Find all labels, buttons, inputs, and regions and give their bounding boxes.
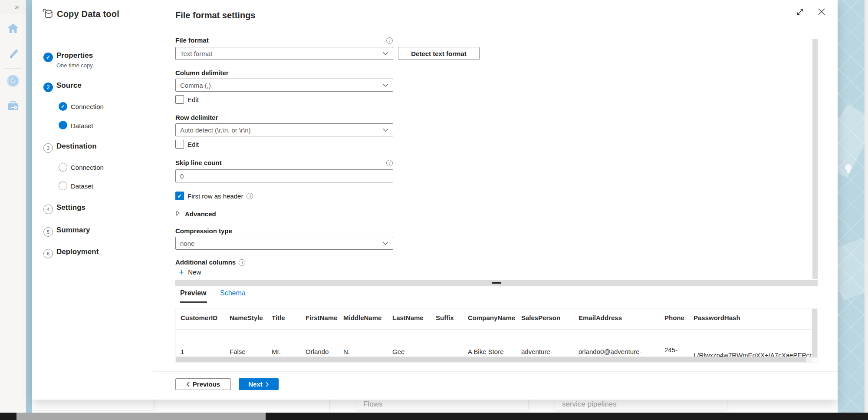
first-row-as-header-label[interactable]: First row as header xyxy=(187,192,243,200)
stepper-divider xyxy=(153,0,153,400)
expand-icon xyxy=(796,8,804,18)
first-row-as-header-info-icon[interactable]: i xyxy=(247,193,253,199)
table-horizontal-scrollbar[interactable] xyxy=(176,357,812,362)
panel-splitter[interactable] xyxy=(175,280,818,286)
column-header: Phone xyxy=(664,314,694,321)
step-settings-label[interactable]: Settings xyxy=(56,203,85,212)
additional-columns-label: Additional columns xyxy=(175,258,236,266)
nav-monitor-button[interactable] xyxy=(7,75,20,88)
column-header: PasswordHash xyxy=(694,314,813,321)
step-properties-label[interactable]: Properties xyxy=(56,51,93,60)
step-deployment-label[interactable]: Deployment xyxy=(56,248,99,256)
compression-type-dropdown[interactable]: none xyxy=(175,237,393,250)
advanced-label[interactable]: Advanced xyxy=(185,210,216,218)
step-source-connection-label[interactable]: Connection xyxy=(71,103,104,110)
step-summary-label[interactable]: Summary xyxy=(56,226,90,235)
preview-table-header-row: CustomerID NameStyle Title FirstName Mid… xyxy=(181,314,813,321)
dialog-title: Copy Data tool xyxy=(57,9,119,19)
step-source-indicator[interactable]: 2 xyxy=(43,83,53,92)
step-destination-dataset-indicator[interactable] xyxy=(59,182,67,190)
compression-type-value: none xyxy=(180,240,383,247)
first-row-as-header-checkbox[interactable]: ✓ First row as header i xyxy=(175,192,253,200)
step-source-dataset-indicator[interactable] xyxy=(59,121,67,129)
table-hscroll-thumb[interactable] xyxy=(176,357,806,362)
plus-icon: + xyxy=(179,268,184,277)
step-summary-indicator[interactable]: 5 xyxy=(43,227,53,237)
step-properties-indicator[interactable]: ✓ xyxy=(43,53,53,62)
skip-line-count-input[interactable]: 0 xyxy=(175,169,393,182)
additional-columns-info-icon[interactable]: i xyxy=(239,259,245,266)
banner-shape xyxy=(838,238,865,301)
tab-preview[interactable]: Preview xyxy=(180,289,206,297)
checkbox-unchecked[interactable] xyxy=(175,95,184,104)
expand-nav-button[interactable]: » xyxy=(15,3,19,11)
column-header: SalesPerson xyxy=(521,314,579,321)
column-header: NameStyle xyxy=(230,314,272,321)
close-icon xyxy=(818,8,825,17)
lightbulb-illustration xyxy=(844,164,853,174)
close-dialog-button[interactable] xyxy=(816,7,827,18)
step-destination-connection-indicator[interactable] xyxy=(59,163,67,172)
chevron-right-icon xyxy=(266,382,269,387)
footer-divider xyxy=(153,371,838,372)
row-delimiter-edit-checkbox[interactable]: Edit xyxy=(175,140,199,149)
column-header: Title xyxy=(272,314,306,321)
step-deployment-indicator[interactable]: 6 xyxy=(43,249,53,258)
skip-line-count-label: Skip line count xyxy=(175,159,222,166)
row-delimiter-dropdown[interactable]: Auto detect (\r,\n, or \r\n) xyxy=(175,123,393,136)
gauge-icon xyxy=(6,74,20,89)
tab-schema[interactable]: Schema xyxy=(220,289,246,297)
edit-checkbox-label[interactable]: Edit xyxy=(187,96,199,103)
column-delimiter-label: Column delimiter xyxy=(175,69,229,76)
toolbox-icon xyxy=(7,99,20,113)
next-button[interactable]: Next xyxy=(239,378,279,390)
step-destination-label[interactable]: Destination xyxy=(56,142,97,151)
previous-button[interactable]: Previous xyxy=(175,378,231,390)
tab-preview-underline xyxy=(180,301,207,303)
column-delimiter-edit-checkbox[interactable]: Edit xyxy=(175,95,199,104)
new-button-label[interactable]: New xyxy=(188,268,201,276)
file-format-dropdown[interactable]: Text format xyxy=(175,47,393,60)
skip-line-count-info-icon[interactable]: i xyxy=(386,160,393,166)
next-button-label: Next xyxy=(248,380,263,388)
file-format-value: Text format xyxy=(180,50,383,57)
expand-dialog-button[interactable] xyxy=(794,7,806,18)
step-source-label[interactable]: Source xyxy=(56,81,82,90)
screen: Flows service pipelines » xyxy=(0,0,868,420)
column-header: CustomerID xyxy=(181,314,230,321)
form-vertical-scrollbar[interactable] xyxy=(812,39,818,279)
step-destination-connection-label[interactable]: Connection xyxy=(71,164,104,171)
column-header: FirstName xyxy=(306,314,343,321)
column-delimiter-dropdown[interactable]: Comma (,) xyxy=(175,79,393,92)
checkbox-unchecked[interactable] xyxy=(175,140,184,149)
preview-table: CustomerID NameStyle Title FirstName Mid… xyxy=(175,308,818,363)
table-vertical-scrollbar[interactable] xyxy=(812,309,817,357)
step-destination-dataset-label[interactable]: Dataset xyxy=(71,182,93,190)
file-format-info-icon[interactable]: i xyxy=(386,37,393,44)
checkbox-checked[interactable]: ✓ xyxy=(175,192,184,200)
chevron-down-icon xyxy=(383,50,388,57)
step-source-connection-indicator[interactable]: ✓ xyxy=(59,102,67,111)
nav-home-button[interactable] xyxy=(7,23,20,36)
splitter-grip[interactable] xyxy=(492,282,501,284)
column-delimiter-value: Comma (,) xyxy=(180,82,383,89)
edit-checkbox-label[interactable]: Edit xyxy=(187,141,199,148)
home-icon xyxy=(7,23,19,36)
browser-vertical-scrollbar[interactable] xyxy=(865,0,868,413)
nav-author-button[interactable] xyxy=(7,49,20,62)
step-source-dataset-label[interactable]: Dataset xyxy=(71,122,93,129)
nav-manage-button[interactable] xyxy=(7,100,20,113)
column-header: LastName xyxy=(392,314,436,321)
row-delimiter-label: Row delimiter xyxy=(175,114,218,121)
step-destination-indicator[interactable]: 3 xyxy=(43,143,53,153)
pencil-icon xyxy=(7,48,19,63)
copy-data-tool-dialog: Copy Data tool ✓ Properties One time cop… xyxy=(32,0,838,400)
bottom-horizontal-scrollbar[interactable] xyxy=(0,413,868,420)
detect-text-format-button[interactable]: Detect text format xyxy=(398,47,480,60)
background-card-label: service pipelines xyxy=(562,400,617,409)
column-header: CompanyName xyxy=(468,314,521,321)
step-settings-indicator[interactable]: 4 xyxy=(43,205,53,214)
add-new-column-button[interactable]: + New xyxy=(179,268,201,277)
bottom-scrollbar-thumb[interactable] xyxy=(16,413,266,420)
advanced-expander[interactable]: Advanced xyxy=(176,210,216,218)
